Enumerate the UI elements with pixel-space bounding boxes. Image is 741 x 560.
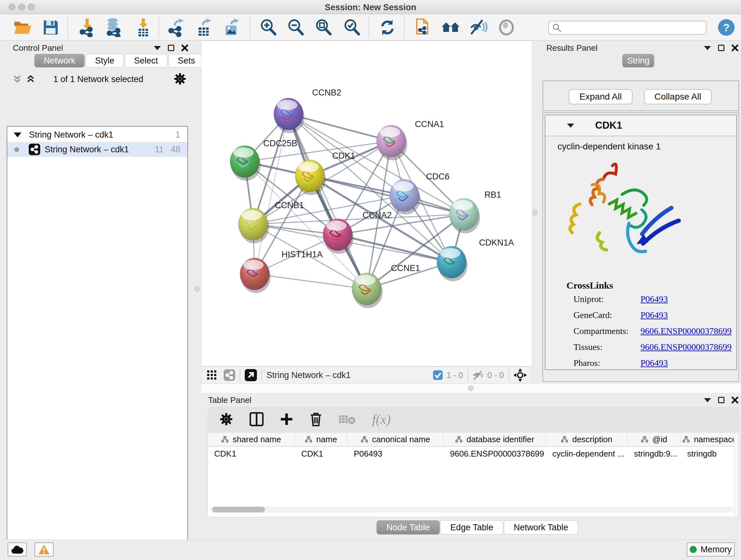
network-row-selected[interactable]: String Network – cdk1 11 48 — [7, 142, 187, 157]
export-table-button[interactable] — [193, 17, 214, 37]
export-network-button[interactable] — [166, 17, 186, 37]
crosslink-link[interactable]: P06493 — [641, 294, 668, 304]
selected-checkbox-icon[interactable] — [433, 370, 443, 380]
column-header-canonical-name[interactable]: canonical name — [347, 433, 444, 446]
close-panel-icon[interactable] — [181, 44, 188, 51]
column-header-name[interactable]: name — [295, 433, 347, 446]
control-panel-window-controls — [154, 44, 188, 51]
tab-node-table[interactable]: Node Table — [377, 520, 440, 535]
collapse-panel-icon[interactable] — [704, 46, 711, 50]
tab-select[interactable]: Select — [125, 54, 167, 67]
expand-all-button[interactable]: Expand All — [569, 89, 632, 105]
birds-eye-view-icon[interactable] — [207, 370, 217, 380]
horizontal-scrollbar-track[interactable] — [210, 507, 733, 512]
collapse-all-button[interactable]: Collapse All — [644, 89, 712, 105]
function-builder-icon[interactable]: f(x) — [372, 412, 391, 427]
string-view-icon[interactable] — [224, 369, 235, 381]
import-network-from-database-button[interactable] — [104, 17, 124, 37]
control-panel: Control Panel NetworkStyleSelectSets 1 o… — [0, 41, 197, 540]
table-cell[interactable]: CDK1 — [295, 447, 347, 461]
export-image-button[interactable] — [221, 17, 242, 37]
collapse-panel-icon[interactable] — [704, 398, 711, 402]
column-header-shared-name[interactable]: shared name — [208, 433, 295, 446]
crosslink-link[interactable]: 9606.ENSP00000378699 — [641, 326, 731, 336]
tab-sets[interactable]: Sets — [169, 54, 204, 67]
table-options-gear-icon[interactable] — [219, 413, 233, 426]
fit-content-icon[interactable] — [514, 368, 527, 382]
table-cell[interactable]: stringdb — [681, 447, 739, 461]
table-cell[interactable]: cyclin-dependent ... — [546, 447, 628, 461]
detach-view-icon[interactable] — [245, 369, 257, 381]
bottom-splitter-handle[interactable] — [468, 385, 474, 391]
delete-table-icon[interactable] — [339, 414, 355, 425]
network-node-CCNE1[interactable]: CCNE1 — [352, 263, 420, 308]
table-cell[interactable]: CDK1 — [208, 447, 295, 461]
tab-string[interactable]: String — [622, 54, 654, 67]
protein-header-row[interactable]: CDK1 — [545, 115, 736, 136]
toolbar-divider — [261, 369, 262, 381]
zoom-selected-button[interactable] — [342, 17, 362, 37]
network-node-CCNB2[interactable]: CCNB2 — [274, 88, 341, 133]
tab-style[interactable]: Style — [86, 54, 124, 67]
collapse-panel-icon[interactable] — [154, 46, 161, 50]
tab-network[interactable]: Network — [35, 54, 84, 67]
crosslink-link[interactable]: P06493 — [641, 358, 668, 368]
tab-edge-table[interactable]: Edge Table — [441, 520, 503, 535]
network-node-RB1[interactable]: RB1 — [449, 190, 501, 233]
edge-HIST1H1A-CCNE1[interactable] — [255, 274, 367, 289]
vertical-scrollbar-track[interactable] — [734, 433, 739, 517]
horizontal-scrollbar-thumb[interactable] — [212, 507, 265, 512]
memory-button[interactable]: Memory — [687, 543, 735, 557]
network-canvas[interactable]: CCNB2CCNA1CDC25BCDK1CDC6RB1CCNB1CCNA2CDK… — [201, 41, 532, 367]
add-column-icon[interactable] — [280, 413, 293, 426]
open-session-button[interactable] — [12, 17, 33, 37]
table-row[interactable]: CDK1CDK1P064939606.ENSP00000378699cyclin… — [208, 447, 739, 461]
column-header-database-identifier[interactable]: database identifier — [444, 433, 546, 446]
float-panel-icon[interactable] — [168, 45, 174, 51]
hide-unhide-button[interactable] — [468, 17, 489, 37]
network-node-CCNA1[interactable]: CCNA1 — [377, 119, 444, 160]
show-graphics-details-button[interactable] — [496, 17, 517, 37]
search-input[interactable] — [562, 23, 699, 33]
import-network-button[interactable] — [77, 17, 97, 37]
crosslink-row: GeneCard:P06493 — [574, 310, 733, 320]
string-import-document-button[interactable] — [412, 17, 432, 37]
table-cell[interactable]: stringdb:9... — [627, 447, 681, 461]
import-table-button[interactable] — [133, 17, 153, 37]
tab-network-table[interactable]: Network Table — [504, 520, 578, 535]
delete-column-icon[interactable] — [310, 412, 322, 427]
network-node-CDC25B[interactable]: CDC25B — [230, 138, 297, 181]
float-panel-icon[interactable] — [718, 45, 724, 51]
warnings-button[interactable] — [35, 543, 54, 557]
crosslink-link[interactable]: P06493 — [641, 310, 668, 320]
crosslinks-heading: CrossLinks — [566, 280, 613, 291]
crosslink-link[interactable]: 9606.ENSP00000378699 — [641, 342, 731, 352]
show-columns-icon[interactable] — [250, 412, 264, 426]
search-box[interactable] — [548, 21, 706, 35]
column-header--id[interactable]: @id — [627, 433, 681, 446]
hidden-counts: 0 - 0 — [487, 370, 504, 380]
table-cell[interactable]: P06493 — [347, 447, 444, 461]
network-node-HIST1H1A[interactable]: HIST1H1A — [240, 250, 323, 293]
collapse-protein-icon[interactable] — [567, 124, 574, 128]
close-panel-icon[interactable] — [731, 396, 738, 403]
zoom-fit-button[interactable] — [313, 17, 334, 37]
refresh-button[interactable] — [377, 17, 398, 37]
left-splitter-handle[interactable] — [194, 286, 200, 292]
close-panel-icon[interactable] — [731, 44, 738, 51]
zoom-out-button[interactable] — [286, 17, 306, 37]
save-session-button[interactable] — [41, 17, 61, 37]
network-node-CDKN1A[interactable]: CDKN1A — [437, 238, 514, 281]
column-header-description[interactable]: description — [546, 433, 628, 446]
network-collection-row[interactable]: String Network – cdk1 1 — [7, 127, 187, 142]
float-panel-icon[interactable] — [718, 397, 724, 403]
home-networks-button[interactable] — [441, 17, 461, 37]
table-cell[interactable]: 9606.ENSP00000378699 — [444, 447, 546, 461]
zoom-in-button[interactable] — [258, 17, 279, 37]
tree-expand-icon[interactable] — [14, 132, 21, 137]
help-button[interactable]: ? — [718, 19, 735, 36]
column-header-namespace[interactable]: namespace — [681, 433, 739, 446]
cloud-button[interactable] — [8, 543, 27, 557]
node-label-CCNE1: CCNE1 — [391, 263, 420, 273]
network-options-gear-icon[interactable] — [174, 72, 186, 86]
